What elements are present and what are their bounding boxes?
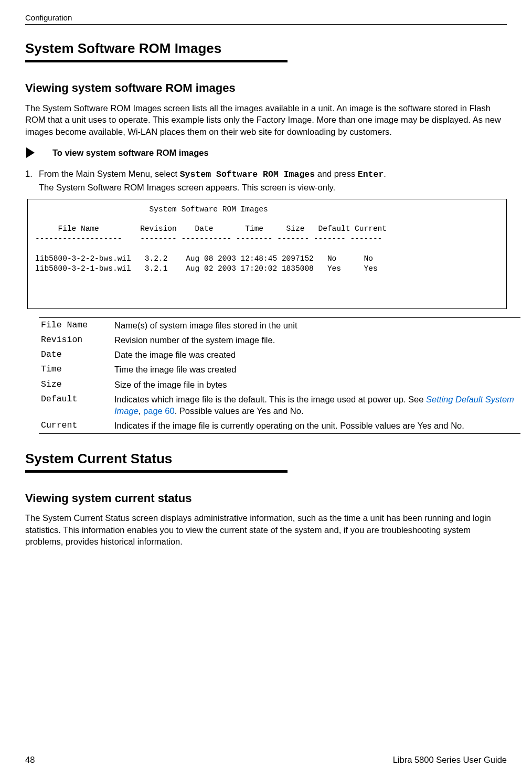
svg-marker-0 [26,147,35,158]
key-name: Enter [358,169,384,179]
page-ref-link[interactable]: page 60 [143,406,175,416]
h1-title: System Software ROM Images [25,39,507,58]
step-1: 1.From the Main System Menu, select Syst… [25,168,507,180]
header-section-name: Configuration [25,13,72,22]
def-revision: Revision number of the system image file… [112,333,520,347]
intro-paragraph: The System Software ROM Images screen li… [25,102,507,137]
guide-title: Libra 5800 Series User Guide [393,754,507,765]
table-row: Current Indicates if the image file is c… [39,418,520,433]
table-row: Size Size of the image file in bytes [39,377,520,392]
field-definitions-table: File Name Name(s) of system image files … [39,317,520,434]
h1-underline-bar-2 [25,470,288,473]
procedure-arrow-icon [25,147,38,158]
step-text-mid: and press [315,169,358,178]
table-row: Date Date the image file was created [39,347,520,362]
term-default: Default [39,392,112,419]
term-time: Time [39,362,112,377]
step-number: 1. [25,168,39,179]
page-number: 48 [25,754,35,765]
step-text-post: . [384,169,386,178]
term-file-name: File Name [39,317,112,333]
def-default-pre: Indicates which image file is the defaul… [114,395,426,404]
table-row: Revision Revision number of the system i… [39,333,520,347]
def-date: Date the image file was created [112,347,520,362]
def-size: Size of the image file in bytes [112,377,520,392]
step-1-subtext: The System Software ROM Images screen ap… [25,182,507,193]
table-row: Time Time the image file was created [39,362,520,377]
def-file-name: Name(s) of system image files stored in … [112,317,520,333]
terminal-screen-box: System Software ROM Images File Name Rev… [27,199,507,309]
term-revision: Revision [39,333,112,347]
table-row: File Name Name(s) of system image files … [39,317,520,333]
h1-underline-bar [25,60,288,62]
menu-item-text: System Software ROM Images [180,169,315,179]
def-default-post: . Possible values are Yes and No. [175,406,304,416]
section-system-software-rom-images: System Software ROM Images Viewing syste… [25,39,507,433]
term-current: Current [39,418,112,433]
table-row: Default Indicates which image file is th… [39,392,520,419]
term-size: Size [39,377,112,392]
h1-title-2: System Current Status [25,450,507,468]
term-date: Date [39,347,112,362]
section-system-current-status: System Current Status Viewing system cur… [25,450,507,548]
running-header: Configuration [25,12,507,25]
def-default-mid: , [139,406,143,416]
h2-subtitle: Viewing system software ROM images [25,80,507,96]
procedure-title: To view system software ROM images [52,147,209,158]
def-time: Time the image file was created [112,362,520,377]
def-default: Indicates which image file is the defaul… [112,392,520,419]
step-text-pre: From the Main System Menu, select [39,169,180,178]
intro-paragraph-2: The System Current Status screen display… [25,512,507,547]
page-footer: 48 Libra 5800 Series User Guide [25,754,507,765]
h2-subtitle-2: Viewing system current status [25,491,507,506]
def-current: Indicates if the image file is currently… [112,418,520,433]
procedure-heading-row: To view system software ROM images [25,147,507,158]
